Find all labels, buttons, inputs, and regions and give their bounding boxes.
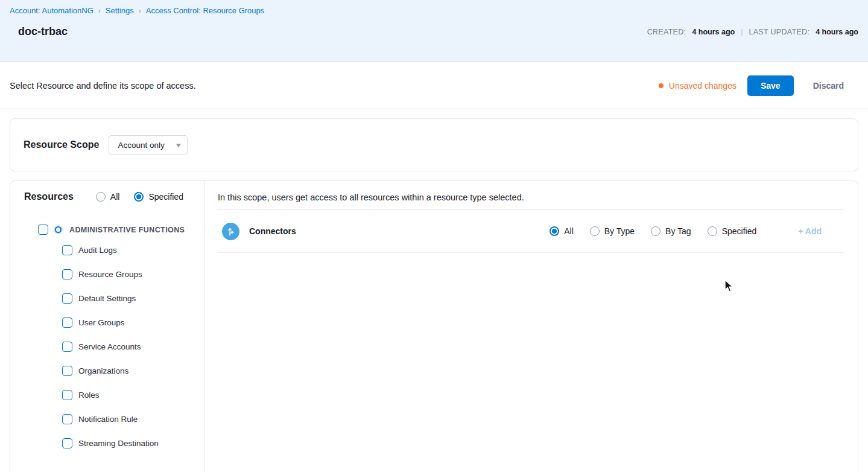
item-label: Audit Logs [78,246,117,255]
item-label: Organizations [78,366,128,375]
connectors-radio-by-tag[interactable]: By Tag [651,226,691,236]
connectors-radio-all[interactable]: All [550,226,574,236]
item-checkbox[interactable] [62,342,72,352]
created-updated-meta: CREATED: 4 hours ago | LAST UPDATED: 4 h… [647,28,858,36]
radio-checked-icon[interactable] [550,226,559,236]
item-label: Notification Rule [78,415,138,424]
resources-radio-all[interactable]: All [96,192,120,202]
last-updated-label: LAST UPDATED: [749,28,809,36]
item-checkbox[interactable] [62,414,72,424]
list-item-audit-logs: Audit Logs [62,238,204,262]
created-value: 4 hours ago [692,28,735,36]
connectors-radio-specified[interactable]: Specified [708,226,757,236]
radio-unchecked-icon[interactable] [651,226,661,236]
page-header: Account: AutomationNG › Settings › Acces… [0,0,868,62]
item-checkbox[interactable] [62,293,72,304]
unsaved-changes-indicator: Unsaved changes [659,81,737,91]
item-label: User Groups [78,318,125,327]
unsaved-changes-label: Unsaved changes [669,81,737,91]
chevron-down-icon: ▾ [176,142,181,148]
discard-button[interactable]: Discard [806,75,851,96]
resources-radio-specified-label: Specified [148,192,183,202]
item-checkbox[interactable] [62,245,72,255]
scope-detail-area: In this scope, users get access to all r… [204,181,858,472]
resource-scope-selected-value: Account only [118,141,164,150]
item-label: Streaming Destination [78,439,159,448]
radio-checked-icon[interactable] [134,192,144,202]
connectors-row: Connectors All By Type By Tag [218,209,844,253]
group-administrative-functions: ADMINISTRATIVE FUNCTIONS [38,225,204,235]
connectors-radio-all-label: All [564,226,574,236]
unsaved-dot-icon [659,83,664,88]
item-checkbox[interactable] [62,269,72,279]
list-item-user-groups: User Groups [62,310,204,334]
resource-item-list: Audit Logs Resource Groups Default Setti… [24,238,204,455]
connectors-radio-by-type-label: By Type [604,226,635,236]
add-button[interactable]: + Add [798,226,822,236]
list-item-default-settings: Default Settings [62,286,204,310]
breadcrumb: Account: AutomationNG › Settings › Acces… [10,4,858,15]
connectors-radio-by-type[interactable]: By Type [590,226,635,236]
resources-radio-all-label: All [110,192,120,202]
radio-unchecked-icon[interactable] [96,192,106,202]
toolbar-description: Select Resource and define its scope of … [10,81,196,91]
list-item-notification-rule: Notification Rule [62,407,204,431]
created-label: CREATED: [647,28,686,36]
resources-panel: Resources All Specified ADMINISTRATIVE F… [10,181,204,472]
item-checkbox[interactable] [62,317,72,328]
page-title: doc-trbac [18,25,68,38]
group-partial-indicator-icon [54,225,63,234]
list-item-organizations: Organizations [62,359,204,383]
connectors-name: Connectors [249,226,296,236]
resources-title: Resources [24,191,74,202]
item-checkbox[interactable] [62,366,72,376]
item-label: Default Settings [78,294,136,303]
group-checkbox[interactable] [38,225,48,235]
connectors-scope-options: All By Type By Tag Specified + Add [550,226,844,236]
resource-scope-label: Resource Scope [24,139,99,150]
action-toolbar: Select Resource and define its scope of … [0,62,868,109]
radio-unchecked-icon[interactable] [590,226,600,236]
item-checkbox[interactable] [62,390,72,400]
item-label: Roles [78,391,100,400]
resource-scope-card: Resource Scope Account only ▾ [10,118,858,171]
item-label: Service Accounts [78,342,141,351]
connectors-radio-specified-label: Specified [722,226,757,236]
resources-card: Resources All Specified ADMINISTRATIVE F… [10,180,858,472]
connectors-radio-by-tag-label: By Tag [665,226,691,236]
list-item-service-accounts: Service Accounts [62,334,204,359]
scope-description: In this scope, users get access to all r… [218,193,844,202]
list-item-streaming-destination: Streaming Destination [62,431,204,455]
connectors-icon [222,223,239,240]
breadcrumb-account-link[interactable]: Account: AutomationNG [10,6,93,15]
meta-divider: | [741,28,743,36]
save-button[interactable]: Save [747,75,794,96]
radio-unchecked-icon[interactable] [708,226,717,236]
list-item-roles: Roles [62,383,204,407]
breadcrumb-separator-icon: › [139,7,141,15]
item-checkbox[interactable] [62,438,72,448]
content-area: Resource Scope Account only ▾ Resources … [0,109,868,472]
breadcrumb-settings-link[interactable]: Settings [106,6,134,15]
resource-scope-select[interactable]: Account only ▾ [109,135,188,155]
breadcrumb-separator-icon: › [98,7,101,15]
list-item-resource-groups: Resource Groups [62,262,204,286]
resources-radio-specified[interactable]: Specified [134,192,183,202]
last-updated-value: 4 hours ago [816,28,858,36]
item-label: Resource Groups [78,270,142,279]
group-label: ADMINISTRATIVE FUNCTIONS [69,226,185,234]
breadcrumb-access-control-link[interactable]: Access Control: Resource Groups [146,6,265,15]
